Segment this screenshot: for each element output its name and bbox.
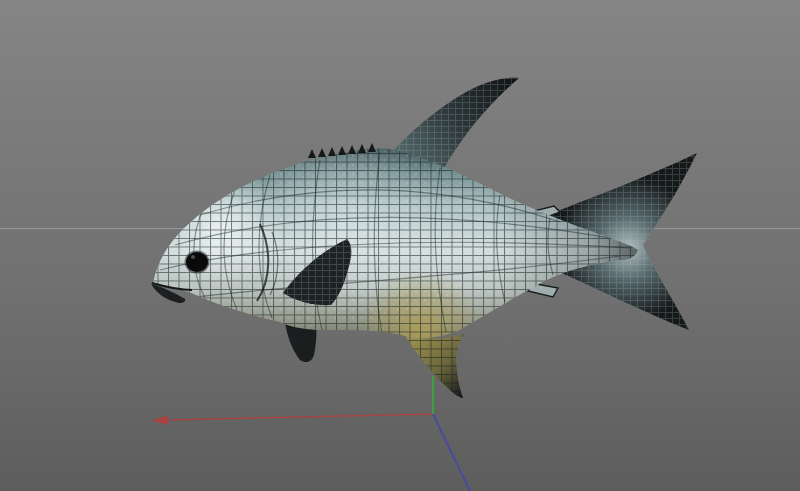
scene-canvas bbox=[0, 0, 800, 491]
viewport-3d[interactable] bbox=[0, 0, 800, 491]
fish-body bbox=[140, 140, 660, 350]
z-axis-line[interactable] bbox=[433, 414, 470, 491]
axis-gizmo bbox=[151, 376, 470, 491]
x-axis-arrowhead[interactable] bbox=[151, 416, 168, 426]
fish-model[interactable] bbox=[140, 78, 697, 398]
x-axis-line[interactable] bbox=[164, 414, 433, 420]
eye bbox=[185, 251, 210, 274]
